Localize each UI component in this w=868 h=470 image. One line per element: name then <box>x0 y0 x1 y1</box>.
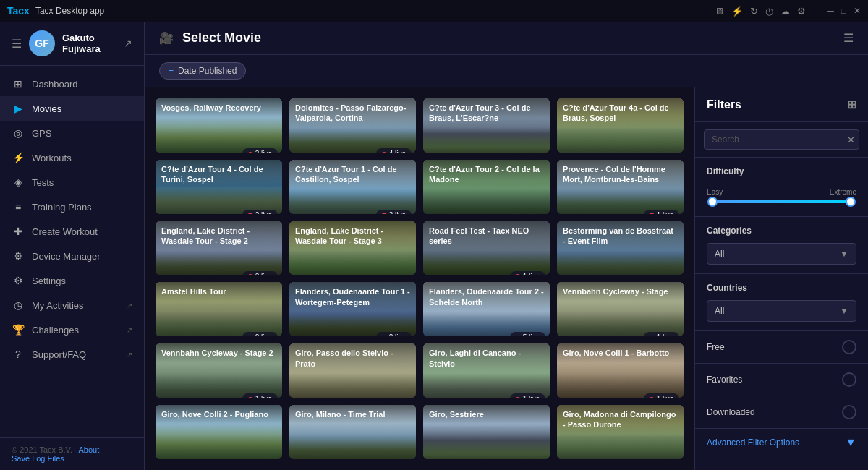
monitor-icon[interactable]: 🖥 <box>715 6 724 17</box>
search-input[interactable] <box>704 129 859 150</box>
movie-card[interactable]: England, Lake District - Wasdale Tour - … <box>156 221 282 275</box>
movie-card[interactable]: Giro, Laghi di Cancano - Stelvio 1 live … <box>423 343 550 398</box>
card-image: Giro, Milano - Time Trial <box>289 405 416 459</box>
hamburger-menu-icon[interactable]: ☰ <box>12 37 22 51</box>
movie-card[interactable]: Giro, Milano - Time Trial 🚴 15.57 km ▲ 2… <box>289 405 416 459</box>
sidebar-item-challenges[interactable]: 🏆 Challenges ↗ <box>0 317 144 342</box>
live-dot <box>248 213 252 213</box>
categories-dropdown[interactable]: All ▼ <box>707 243 856 265</box>
card-image: C?te d'Azur Tour 4a - Col de Braus, Sosp… <box>557 98 684 153</box>
about-link[interactable]: About <box>79 445 100 454</box>
movie-card[interactable]: Giro, Nove Colli 2 - Pugliano 🚴 47.03 km… <box>156 405 282 459</box>
search-clear-icon[interactable]: ✕ <box>847 134 855 145</box>
slider-thumb-right[interactable] <box>846 197 856 207</box>
card-image: Vennbahn Cycleway - Stage 2 1 live <box>156 343 282 398</box>
movie-card[interactable]: Giro, Passo dello Stelvio - Prato 🚴 29.7… <box>289 343 416 398</box>
live-badge: 1 live <box>644 332 679 336</box>
advanced-filter-label: Advanced Filter Options <box>707 437 799 448</box>
sidebar-item-movies[interactable]: ▶ Movies <box>0 96 144 121</box>
movie-card[interactable]: England, Lake District - Wasdale Tour - … <box>289 221 416 275</box>
movie-card[interactable]: C?te d'Azur Tour 2 - Col de la Madone 🚴 … <box>423 160 550 214</box>
countries-filter-section: Countries All ▼ <box>695 274 868 331</box>
sidebar-item-create-workout[interactable]: ✚ Create Workout <box>0 219 144 244</box>
clock-icon[interactable]: ◷ <box>765 6 773 17</box>
date-published-filter[interactable]: + Date Published <box>159 62 246 80</box>
workouts-icon: ⚡ <box>12 152 25 163</box>
advanced-filter-section[interactable]: Advanced Filter Options ▼ <box>695 429 868 456</box>
movie-card[interactable]: Giro, Nove Colli 1 - Barbotto 1 live 🚴 6… <box>557 343 684 398</box>
export-icon[interactable]: ↗ <box>124 38 132 49</box>
card-title-overlay: C?te d'Azur Tour 4 - Col de Turini, Sosp… <box>156 160 282 189</box>
card-image: Giro, Nove Colli 1 - Barbotto 1 live <box>557 343 684 398</box>
card-title-overlay: Giro, Milano - Time Trial <box>289 405 416 424</box>
movie-card[interactable]: Road Feel Test - Tacx NEO series 1 live … <box>423 221 550 275</box>
live-badge: 5 live <box>510 332 545 336</box>
movie-card[interactable]: Bestorming van de Bosstraat - Event Film… <box>557 221 684 275</box>
movie-card[interactable]: Vennbahn Cycleway - Stage 1 live 🚴 36.82… <box>557 282 684 336</box>
sidebar-item-gps[interactable]: ◎ GPS <box>0 121 144 145</box>
downloaded-toggle[interactable] <box>842 405 856 419</box>
favorites-toggle[interactable] <box>842 372 856 387</box>
movie-card[interactable]: Vosges, Railway Recovery 3 live 🚴 10.02 … <box>156 98 282 153</box>
faq-icon: ? <box>12 349 25 360</box>
view-toggle-icon[interactable]: ☰ <box>843 31 854 45</box>
sidebar-item-device-manager[interactable]: ⚙ Device Manager <box>0 244 144 268</box>
live-dot <box>516 336 520 336</box>
save-log-link[interactable]: Save Log Files <box>12 454 64 463</box>
movie-card[interactable]: Flanders, Oudenaarde Tour 1 - Wortegem-P… <box>289 282 416 336</box>
categories-filter-section: Categories All ▼ <box>695 217 868 274</box>
movie-card[interactable]: Flanders, Oudenaarde Tour 2 - Schelde No… <box>423 282 550 336</box>
difficulty-label: Difficulty <box>707 166 856 176</box>
live-dot <box>248 152 252 153</box>
sidebar-item-training-plans[interactable]: ≡ Training Plans <box>0 195 144 219</box>
sidebar-item-workouts[interactable]: ⚡ Workouts <box>0 145 144 170</box>
device-manager-icon: ⚙ <box>12 250 25 262</box>
dashboard-icon: ⊞ <box>12 78 25 90</box>
movie-card[interactable]: Vennbahn Cycleway - Stage 2 1 live 🚴 36.… <box>156 343 282 398</box>
live-dot <box>382 336 386 336</box>
live-dot <box>248 274 252 275</box>
sidebar-header: ☰ GF Gakuto Fujiwara ↗ <box>0 22 144 66</box>
card-gradient <box>423 127 550 153</box>
countries-dropdown[interactable]: All ▼ <box>707 300 856 322</box>
movie-card[interactable]: Giro, Madonna di Campilongo - Passo Duro… <box>557 405 684 459</box>
card-image: Amstel Hills Tour 2 live <box>156 282 282 336</box>
content-area: 🎥 Select Movie ☰ + Date Published Vosges… <box>145 22 868 470</box>
categories-value: All <box>715 249 724 259</box>
sidebar-item-tests[interactable]: ◈ Tests <box>0 170 144 195</box>
live-badge: 3 live <box>376 332 412 336</box>
refresh-icon[interactable]: ↻ <box>750 6 758 17</box>
movie-card[interactable]: C?te d'Azur Tour 4 - Col de Turini, Sosp… <box>156 160 282 214</box>
cloud-icon[interactable]: ☁ <box>780 6 790 17</box>
filter-search-area: ✕ <box>695 122 868 158</box>
movie-card[interactable]: Provence - Col de l'Homme Mort, Montbrun… <box>557 160 684 214</box>
bolt-icon[interactable]: ⚡ <box>731 6 743 17</box>
card-title-overlay: Giro, Laghi di Cancano - Stelvio <box>423 343 550 373</box>
sidebar-item-settings[interactable]: ⚙ Settings <box>0 268 144 293</box>
live-badge: 1 live <box>644 210 679 214</box>
slider-thumb-left[interactable] <box>707 197 718 207</box>
tests-icon: ◈ <box>12 176 25 188</box>
free-toggle[interactable] <box>842 340 856 354</box>
movie-card[interactable]: Giro, Sestriere 🚴 19.58 km ▲ 725 m ▐ <box>423 405 550 459</box>
challenges-icon: 🏆 <box>12 324 25 336</box>
sidebar-item-support-faq[interactable]: ? Support/FAQ ↗ <box>0 342 144 367</box>
settings-icon[interactable]: ⚙ <box>797 6 806 17</box>
live-badge: 1 live <box>510 271 545 275</box>
slider-labels: Easy Extreme <box>707 188 856 196</box>
movie-camera-icon: 🎥 <box>159 31 174 45</box>
sidebar-item-dashboard[interactable]: ⊞ Dashboard <box>0 72 144 96</box>
filters-expand-icon[interactable]: ⊞ <box>847 98 856 111</box>
movie-card[interactable]: Dolomites - Passo Falzarego-Valparola, C… <box>289 98 416 153</box>
movie-card[interactable]: C?te d'Azur Tour 3 - Col de Braus, L'Esc… <box>423 98 550 153</box>
username-last: Fujiwara <box>62 43 116 54</box>
movie-card[interactable]: C?te d'Azur Tour 4a - Col de Braus, Sosp… <box>557 98 684 153</box>
difficulty-slider[interactable]: Easy Extreme <box>707 184 856 208</box>
movie-card[interactable]: C?te d'Azur Tour 1 - Col de Castillon, S… <box>289 160 416 214</box>
sidebar-item-my-activities[interactable]: ◷ My Activities ↗ <box>0 293 144 317</box>
live-dot <box>650 336 654 336</box>
movie-card[interactable]: Amstel Hills Tour 2 live 🚴 68.37 km ▲ 10… <box>156 282 282 336</box>
downloaded-toggle-row: Downloaded <box>707 405 856 419</box>
card-title-overlay: Provence - Col de l'Homme Mort, Montbrun… <box>557 160 684 189</box>
gps-icon: ◎ <box>12 127 25 139</box>
